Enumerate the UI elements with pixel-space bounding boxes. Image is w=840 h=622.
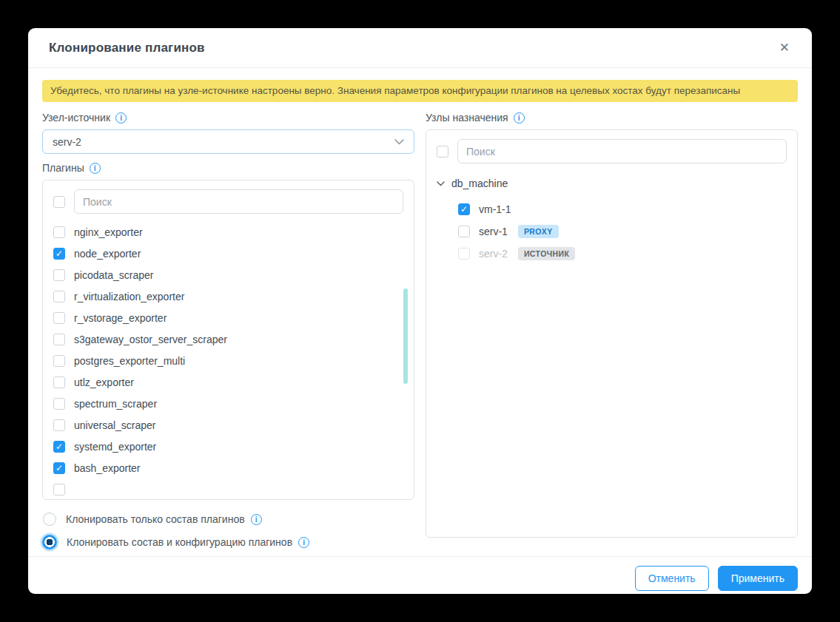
plugin-row[interactable]: utlz_exporter (53, 371, 403, 393)
source-node-label: Узел-источник i (42, 111, 414, 124)
plugin-row[interactable]: bash_exporter (53, 457, 403, 479)
plugins-label: Плагины i (42, 161, 414, 175)
plugin-row[interactable]: s3gateway_ostor_server_scraper (53, 328, 403, 350)
node-label: vm-1-1 (479, 203, 511, 215)
plugin-checkbox[interactable] (53, 312, 65, 324)
plugin-row[interactable]: node_exporter (53, 243, 403, 264)
plugin-label: universal_scraper (74, 419, 156, 431)
plugin-label: spectrum_scraper (74, 398, 157, 410)
nodes-search-input[interactable] (457, 139, 787, 163)
plugin-checkbox[interactable] (53, 291, 65, 302)
plugin-checkbox[interactable] (53, 226, 65, 238)
clone-plugins-dialog: Клонирование плагинов ✕ Убедитесь, что п… (28, 28, 812, 594)
clone-mode-option[interactable]: Клонировать состав и конфигурацию плагин… (42, 533, 414, 551)
plugin-checkbox[interactable] (53, 248, 65, 260)
node-checkbox[interactable] (458, 226, 470, 237)
tree-node-row[interactable]: vm-1-1 (458, 198, 787, 220)
plugin-checkbox[interactable] (53, 419, 65, 431)
plugin-label: node_exporter (74, 248, 141, 260)
option-label: Клонировать состав и конфигурацию плагин… (67, 536, 309, 548)
radio-button[interactable] (42, 535, 57, 550)
tree-node-row[interactable]: serv-1PROXY (458, 220, 787, 243)
plugin-checkbox[interactable] (53, 441, 65, 453)
node-checkbox (458, 248, 470, 260)
plugin-row[interactable]: spectrum_scraper (53, 393, 403, 414)
plugin-label: bash_exporter (74, 462, 141, 474)
chevron-down-icon (394, 139, 404, 145)
info-icon[interactable]: i (298, 537, 309, 548)
option-label: Клонировать только состав плагиновi (66, 513, 262, 525)
source-node-select[interactable]: serv-2 (42, 129, 414, 154)
plugin-row[interactable]: postgres_exporter_multi (53, 350, 403, 371)
tree-group-label: db_machine (451, 178, 508, 189)
plugin-checkbox[interactable] (53, 334, 65, 345)
plugin-row[interactable]: systemd_exporter (53, 436, 403, 457)
plugin-row[interactable]: r_vstorage_exporter (53, 307, 403, 328)
plugin-label: picodata_scraper (74, 269, 153, 281)
tree-group-db-machine[interactable]: db_machine (437, 175, 787, 192)
radio-button[interactable] (43, 513, 56, 526)
dialog-header: Клонирование плагинов ✕ (28, 28, 812, 68)
plugin-checkbox[interactable] (53, 484, 65, 496)
info-icon[interactable]: i (251, 514, 262, 525)
plugin-checkbox[interactable] (53, 355, 65, 367)
plugin-label: s3gateway_ostor_server_scraper (74, 334, 227, 345)
cancel-button[interactable]: Отменить (635, 566, 709, 591)
plugin-label: nginx_exporter (74, 226, 143, 238)
plugin-row[interactable]: universal_scraper (53, 414, 403, 436)
plugins-list: nginx_exporternode_exporterpicodata_scra… (53, 221, 403, 479)
plugins-search-input[interactable] (74, 189, 403, 214)
plugin-checkbox[interactable] (53, 376, 65, 388)
source-column: Узел-источник i serv-2 Плагины i (42, 111, 414, 556)
node-badge: ИСТОЧНИК (518, 247, 575, 260)
plugin-label: r_virtualization_exporter (74, 291, 184, 302)
destinations-panel: db_machine vm-1-1serv-1PROXYserv-2ИСТОЧН… (426, 129, 798, 538)
chevron-down-icon[interactable] (437, 181, 445, 186)
source-node-value: serv-2 (53, 136, 81, 148)
dialog-body: Убедитесь, что плагины на узле-источнике… (28, 68, 812, 556)
destinations-tree: db_machine vm-1-1serv-1PROXYserv-2ИСТОЧН… (437, 175, 787, 265)
warning-banner: Убедитесь, что плагины на узле-источнике… (42, 80, 798, 102)
select-all-plugins-checkbox[interactable] (53, 196, 65, 208)
plugin-checkbox[interactable] (53, 462, 65, 474)
plugin-row[interactable]: nginx_exporter (53, 221, 403, 243)
node-label: serv-2 (479, 248, 508, 260)
clone-mode-options: Клонировать только состав плагиновiКлони… (42, 510, 414, 551)
node-checkbox[interactable] (458, 203, 470, 215)
info-icon[interactable]: i (115, 112, 127, 124)
destination-nodes-label: Узлы назначения i (426, 111, 798, 124)
scrollbar-thumb[interactable] (403, 288, 408, 384)
dialog-footer: Отменить Применить (28, 556, 812, 601)
plugin-row[interactable]: picodata_scraper (53, 264, 403, 285)
clone-mode-option[interactable]: Клонировать только состав плагиновi (42, 510, 414, 528)
plugin-checkbox[interactable] (53, 398, 65, 410)
tree-node-row[interactable]: serv-2ИСТОЧНИК (458, 243, 787, 265)
info-icon[interactable]: i (514, 112, 525, 124)
plugin-label: utlz_exporter (74, 376, 134, 388)
plugins-panel: nginx_exporternode_exporterpicodata_scra… (42, 180, 414, 500)
dialog-title: Клонирование плагинов (49, 41, 205, 55)
node-badge: PROXY (518, 225, 559, 238)
info-icon[interactable]: i (90, 163, 101, 174)
plugin-checkbox[interactable] (53, 269, 65, 281)
tree-children: vm-1-1serv-1PROXYserv-2ИСТОЧНИК (458, 198, 787, 265)
node-label: serv-1 (479, 226, 508, 237)
plugin-label: r_vstorage_exporter (74, 312, 167, 324)
plugin-label: postgres_exporter_multi (74, 355, 185, 367)
select-all-nodes-checkbox[interactable] (437, 146, 448, 158)
close-icon[interactable]: ✕ (776, 38, 793, 57)
plugin-label: systemd_exporter (74, 441, 156, 453)
plugin-row[interactable] (53, 479, 403, 500)
destinations-column: Узлы назначения i db_machine (426, 111, 798, 556)
plugin-row[interactable]: r_virtualization_exporter (53, 285, 403, 307)
apply-button[interactable]: Применить (718, 566, 798, 591)
